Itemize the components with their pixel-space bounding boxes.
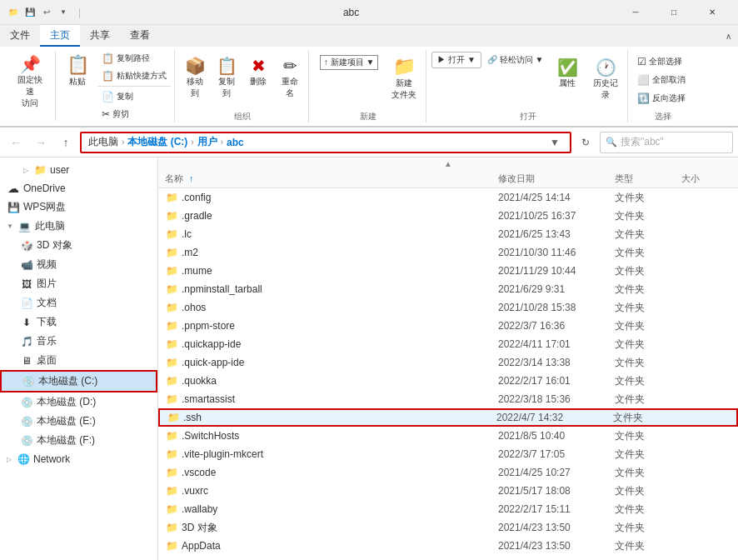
ribbon: 文件 主页 共享 查看 ∧ 📌 固定快速 访问 📋 粘贴 📋 复制路径 (0, 25, 738, 128)
search-placeholder: 搜索"abc" (621, 135, 664, 149)
list-item[interactable]: 📁 .gradle 2021/10/25 16:37 文件夹 (158, 207, 738, 225)
sidebar-item-music[interactable]: 🎵 音乐 (0, 332, 157, 351)
list-item[interactable]: 📁 .quickapp-ide 2022/4/11 17:01 文件夹 (158, 335, 738, 353)
sidebar-item-wps[interactable]: 💾 WPS网盘 (0, 198, 157, 217)
minimize-button[interactable]: ─ (616, 0, 655, 25)
paste-button[interactable]: 📋 粘贴 (59, 50, 96, 122)
sidebar-item-locale[interactable]: 💿 本地磁盘 (E:) (0, 412, 157, 431)
sidebar-item-3dobjects[interactable]: 🎲 3D 对象 (0, 236, 157, 255)
address-dropdown-button[interactable]: ▼ (546, 137, 563, 148)
back-button[interactable]: ← (5, 132, 27, 153)
pin-button[interactable]: 📌 固定快速 访问 (8, 50, 52, 122)
copy-to-button[interactable]: 📋 复制到 (212, 52, 242, 103)
list-item[interactable]: 📁 .config 2021/4/25 14:14 文件夹 (158, 188, 738, 207)
paste-shortcut-button[interactable]: 📋 粘贴快捷方式 (97, 68, 171, 84)
sidebar-item-documents[interactable]: 📄 文档 (0, 293, 157, 312)
ribbon-collapse-icon[interactable]: ∧ (726, 32, 731, 41)
cut-button[interactable]: ✂ 剪切 (97, 106, 171, 122)
history-button[interactable]: 🕐 历史记录 (587, 53, 624, 105)
folder-icon: 📁 (165, 356, 178, 369)
list-item[interactable]: 📁 .lc 2021/6/25 13:43 文件夹 (158, 225, 738, 243)
list-item[interactable]: 📁 .m2 2021/10/30 11:46 文件夹 (158, 243, 738, 262)
3d-icon: 🎲 (20, 239, 33, 252)
address-bar[interactable]: 此电脑 › 本地磁盘 (C:) › 用户 › abc ▼ (80, 132, 571, 153)
breadcrumb-user[interactable]: 用户 (197, 135, 217, 149)
select-all-button[interactable]: ☑ 全部选择 (633, 53, 693, 70)
window-controls: ─ □ ✕ (616, 0, 731, 25)
maximize-button[interactable]: □ (655, 0, 693, 25)
sidebar-item-user[interactable]: ▷ 📁 user (0, 161, 157, 179)
downloads-icon: ⬇ (20, 316, 33, 329)
sidebar-item-localf[interactable]: 💿 本地磁盘 (F:) (0, 431, 157, 450)
open-button[interactable]: ▶ 打开 ▼ (431, 52, 481, 68)
folder-icon: 📁 (165, 209, 178, 222)
list-item[interactable]: 📁 AppData 2021/4/23 13:50 文件夹 (158, 537, 738, 555)
move-to-button[interactable]: 📦 移动到 (180, 52, 210, 103)
list-item[interactable]: 📁 .mume 2021/11/29 10:44 文件夹 (158, 262, 738, 280)
properties-button[interactable]: ✅ 属性 (549, 53, 586, 105)
undo-icon[interactable]: ↩ (40, 6, 53, 19)
easy-access-button[interactable]: 🔗 轻松访问 ▼ (483, 52, 547, 68)
list-item[interactable]: 📁 3D 对象 2021/4/23 13:50 文件夹 (158, 518, 738, 537)
sidebar-item-thispc[interactable]: ▼ 💻 此电脑 (0, 217, 157, 236)
drive-e-icon: 💿 (20, 415, 33, 428)
new-item-button[interactable]: ↑ 新建项目 ▼ (314, 52, 384, 75)
onedrive-icon: ☁ (7, 182, 20, 195)
tab-home[interactable]: 主页 (40, 25, 80, 47)
list-item[interactable]: 📁 .smartassist 2022/3/18 15:36 文件夹 (158, 390, 738, 408)
col-type-header[interactable]: 类型 (615, 172, 681, 185)
new-folder-button[interactable]: 📁 新建 文件夹 (386, 52, 422, 105)
breadcrumb-thispc[interactable]: 此电脑 (88, 135, 118, 149)
close-button[interactable]: ✕ (693, 0, 731, 25)
sidebar-item-videos[interactable]: 📹 视频 (0, 255, 157, 274)
breadcrumb-localc[interactable]: 本地磁盘 (C:) (127, 135, 187, 149)
delete-button[interactable]: ✖ 删除 (243, 52, 273, 92)
list-item[interactable]: 📁 .quokka 2022/2/17 16:01 文件夹 (158, 372, 738, 390)
refresh-button[interactable]: ↻ (575, 132, 596, 153)
sidebar-item-desktop[interactable]: 🖥 桌面 (0, 351, 157, 370)
list-item[interactable]: 📁 .SwitchHosts 2021/8/5 10:40 文件夹 (158, 427, 738, 445)
list-item[interactable]: 📁 .ohos 2021/10/28 15:38 文件夹 (158, 298, 738, 317)
col-date-header[interactable]: 修改日期 (498, 172, 615, 185)
folder-icon: 📁 (165, 191, 178, 204)
tab-share[interactable]: 共享 (80, 25, 120, 47)
forward-button[interactable]: → (30, 132, 52, 153)
sidebar-item-downloads[interactable]: ⬇ 下载 (0, 312, 157, 332)
folder-icon: 📁 (7, 6, 20, 19)
folder-icon: 📁 (165, 521, 178, 534)
computer-icon: 💻 (18, 220, 32, 233)
sidebar-item-network[interactable]: ▷ 🌐 Network (0, 450, 157, 468)
tab-file[interactable]: 文件 (0, 25, 40, 47)
sidebar-item-onedrive[interactable]: ☁ OneDrive (0, 179, 157, 198)
desktop-icon: 🖥 (20, 354, 33, 368)
list-item[interactable]: 📁 .ssh 2022/4/7 14:32 文件夹 (158, 408, 738, 427)
rename-button[interactable]: ✏ 重命名 (275, 52, 305, 103)
up-button[interactable]: ↑ (55, 132, 77, 153)
invert-selection-button[interactable]: 🔃 反向选择 (633, 90, 693, 107)
search-bar[interactable]: 🔍 搜索"abc" (600, 132, 733, 153)
list-item[interactable]: 📁 .npminstall_tarball 2021/6/29 9:31 文件夹 (158, 280, 738, 298)
file-list-header[interactable]: 名称 ↑ 修改日期 类型 大小 (158, 170, 738, 188)
network-label: Network (33, 453, 70, 465)
select-none-button[interactable]: ⬜ 全部取消 (633, 72, 693, 88)
list-item[interactable]: 📁 .vscode 2021/4/25 10:27 文件夹 (158, 463, 738, 482)
copy-path-button[interactable]: 📋 复制路径 (97, 50, 171, 67)
folder-icon: 📁 (165, 484, 178, 498)
list-item[interactable]: 📁 .vite-plugin-mkcert 2022/3/7 17:05 文件夹 (158, 445, 738, 463)
list-item[interactable]: 📁 .pnpm-store 2022/3/7 16:36 文件夹 (158, 317, 738, 335)
list-item[interactable]: 📁 .wallaby 2022/2/17 15:11 文件夹 (158, 500, 738, 518)
sidebar-item-locald[interactable]: 💿 本地磁盘 (D:) (0, 392, 157, 412)
save-icon[interactable]: 💾 (23, 6, 37, 19)
dropdown-icon[interactable]: ▼ (57, 6, 70, 19)
ribbon-content: 📌 固定快速 访问 📋 粘贴 📋 复制路径 📋 粘贴快捷方式 (0, 47, 738, 127)
list-item[interactable]: 📁 .quick-app-ide 2022/3/14 13:38 文件夹 (158, 353, 738, 372)
list-item[interactable]: 📁 .vuxrc 2021/5/17 18:08 文件夹 (158, 482, 738, 500)
sidebar-item-pictures[interactable]: 🖼 图片 (0, 274, 157, 293)
breadcrumb-abc[interactable]: abc (227, 137, 244, 148)
col-name-header[interactable]: 名称 ↑ (165, 172, 498, 185)
tab-view[interactable]: 查看 (120, 25, 160, 47)
open-label: 打开 (431, 111, 624, 122)
col-size-header[interactable]: 大小 (681, 172, 731, 185)
copy-button[interactable]: 📄 复制 (97, 88, 171, 105)
sidebar-item-localc[interactable]: 💿 本地磁盘 (C:) (0, 370, 157, 392)
